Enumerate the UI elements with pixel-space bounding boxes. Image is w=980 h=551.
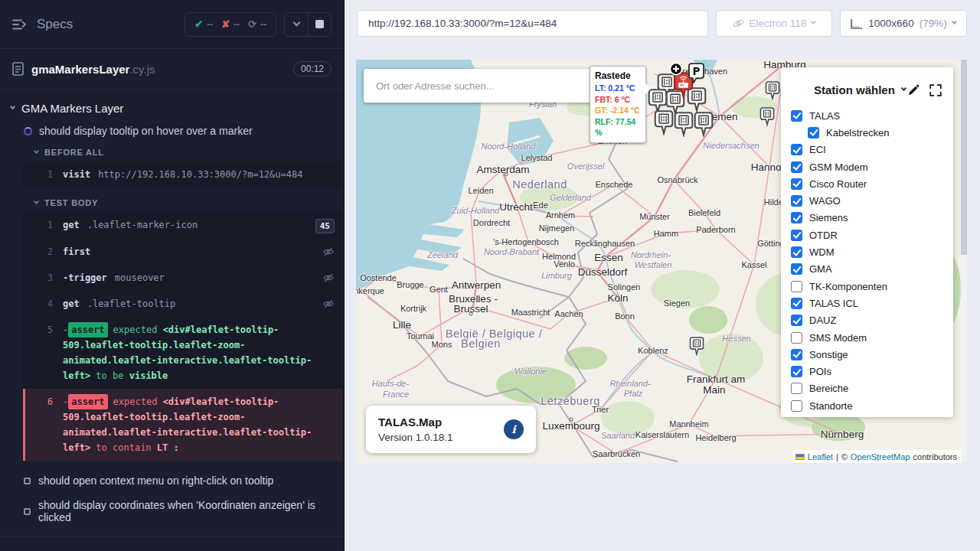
- station-checkbox[interactable]: [791, 144, 802, 155]
- station-checkbox[interactable]: [791, 246, 802, 258]
- command-number: 1: [23, 217, 63, 233]
- command-body: -assertexpected <div#leaflet-tooltip-509…: [63, 322, 335, 383]
- assert-pill: assert: [68, 394, 107, 409]
- station-list-item: GMA: [791, 261, 943, 278]
- tooltip-value-row: LT: 0.21 °C: [595, 83, 641, 94]
- station-checkbox[interactable]: [791, 298, 802, 309]
- station-list-item: Bereiche: [791, 380, 943, 397]
- station-marker[interactable]: [689, 337, 704, 359]
- spec-duration-badge: 00:12: [293, 61, 332, 77]
- browser-label: Electron 118: [750, 18, 807, 29]
- station-checkbox[interactable]: [791, 332, 802, 344]
- info-button[interactable]: i: [504, 419, 524, 439]
- aut-scrollbar[interactable]: [961, 60, 967, 463]
- station-checkbox[interactable]: [791, 366, 802, 377]
- station-marker[interactable]: [654, 110, 674, 139]
- pending-test-icon: [24, 478, 31, 484]
- station-list-item: OTDR: [791, 227, 943, 243]
- station-list-item: SMS Modem: [791, 329, 943, 346]
- test-running-icon: [24, 127, 32, 135]
- spec-name: gmaMarkersLayer.cy.js: [31, 63, 155, 76]
- station-panel-header: Station wählen: [791, 67, 943, 107]
- command-body: get.leaflet-marker-icon: [63, 217, 309, 233]
- command-indicators: [322, 296, 335, 311]
- geocoder-search[interactable]: [364, 69, 601, 103]
- osm-link[interactable]: OpenStreetMap: [851, 452, 910, 461]
- specs-menu-icon[interactable]: [12, 18, 28, 31]
- station-checkbox[interactable]: [791, 161, 802, 173]
- edit-pencil-icon[interactable]: [907, 84, 920, 96]
- station-checkbox[interactable]: [791, 281, 802, 292]
- browser-selector[interactable]: Electron 118: [716, 10, 832, 37]
- test-row[interactable]: should display tooltip on hover over a m…: [24, 125, 344, 137]
- plus-marker[interactable]: [669, 62, 683, 79]
- station-marker[interactable]: [765, 81, 780, 103]
- assert-pill: assert: [68, 322, 107, 337]
- command-row[interactable]: 4get.leaflet-tooltip: [23, 291, 342, 317]
- station-list-item: WDM: [791, 243, 943, 260]
- suite-row[interactable]: GMA Markers Layer: [0, 90, 344, 115]
- station-checkbox[interactable]: [791, 178, 802, 190]
- spec-row[interactable]: gmaMarkersLayer.cy.js 00:12: [0, 49, 344, 90]
- station-checkbox[interactable]: [791, 230, 802, 241]
- command-row[interactable]: 2first: [23, 239, 342, 265]
- command-number: 5: [23, 322, 63, 383]
- stat-passed: ✔--: [194, 18, 213, 30]
- command-row[interactable]: 6-assertexpected <div#leaflet-tooltip-50…: [23, 389, 342, 461]
- reporter-header: Specs ✔-- ✘-- ⟳--: [0, 0, 344, 49]
- search-input[interactable]: [364, 80, 601, 92]
- station-label: Sonstige: [809, 349, 848, 360]
- viewport-selector[interactable]: 1000x660 (79%): [840, 10, 967, 37]
- station-checkbox[interactable]: [791, 349, 802, 360]
- station-marker[interactable]: [760, 107, 775, 129]
- tooltip-title: Rastede: [595, 70, 641, 81]
- hook-header[interactable]: BEFORE ALL: [34, 148, 344, 157]
- stop-icon: [315, 20, 324, 28]
- pending-test-icon: [24, 508, 31, 515]
- station-checkbox[interactable]: [791, 195, 802, 207]
- station-list: TALASKabelstreckenECIGSM ModemCisco Rout…: [791, 107, 943, 414]
- station-label: Kabelstrecken: [826, 127, 889, 139]
- suite-title: GMA Markers Layer: [21, 102, 123, 115]
- parking-marker[interactable]: P: [688, 63, 704, 86]
- command-row[interactable]: 3-triggermouseover: [23, 265, 342, 291]
- expand-fullscreen-icon[interactable]: [929, 84, 942, 96]
- station-marker[interactable]: [674, 112, 694, 140]
- station-checkbox[interactable]: [791, 212, 802, 223]
- stop-button[interactable]: [308, 13, 331, 36]
- command-body: visithttp://192.168.10.33:3000/?m=12&u=4…: [63, 167, 335, 182]
- command-row[interactable]: 1get.leaflet-marker-icon45: [23, 212, 342, 239]
- station-select[interactable]: Station wählen: [814, 83, 906, 96]
- pending-test-row[interactable]: should display coordinates when 'Koordin…: [24, 499, 344, 523]
- station-checkbox[interactable]: [791, 263, 802, 275]
- command-log: BEFORE ALL1visithttp://192.168.10.33:300…: [0, 148, 344, 461]
- viewport-ruler-icon: [851, 18, 863, 29]
- hook-header[interactable]: TEST BODY: [34, 198, 344, 207]
- collapse-button[interactable]: [285, 13, 308, 36]
- station-checkbox[interactable]: [791, 110, 802, 122]
- pending-test-row[interactable]: should open context menu on right-click …: [24, 474, 344, 487]
- station-list-item: Cisco Router: [791, 175, 943, 192]
- station-checkbox[interactable]: [791, 383, 802, 394]
- station-label: DAUZ: [809, 315, 836, 326]
- station-list-item: Standorte: [791, 397, 943, 414]
- test-stats: ✔-- ✘-- ⟳--: [185, 12, 276, 37]
- station-checkbox[interactable]: [791, 315, 802, 326]
- url-bar[interactable]: http://192.168.10.33:3000/?m=12&u=484: [357, 10, 708, 37]
- station-checkbox[interactable]: [808, 127, 819, 139]
- command-row[interactable]: 1visithttp://192.168.10.33:3000/?m=12&u=…: [23, 161, 342, 187]
- hidden-eye-icon: [322, 246, 335, 258]
- station-label: OTDR: [809, 230, 838, 241]
- command-row[interactable]: 5-assertexpected <div#leaflet-tooltip-50…: [23, 317, 342, 389]
- station-checkbox[interactable]: [791, 400, 802, 412]
- reporter-divider: [0, 536, 344, 536]
- leaflet-link[interactable]: Leaflet: [808, 452, 833, 461]
- station-marker[interactable]: [694, 112, 714, 140]
- command-block: 1get.leaflet-marker-icon452first3-trigge…: [23, 212, 342, 461]
- marker-tooltip[interactable]: Rastede LT: 0.21 °CFBT: 6 °CGT: -2.14 °C…: [590, 66, 646, 143]
- station-label: WDM: [809, 246, 835, 258]
- stage: http://192.168.10.33:3000/?m=12&u=484 El…: [345, 0, 980, 551]
- viewport-zoom: (79%): [920, 18, 947, 29]
- command-body: first: [63, 244, 316, 259]
- station-label: Siemens: [809, 212, 848, 223]
